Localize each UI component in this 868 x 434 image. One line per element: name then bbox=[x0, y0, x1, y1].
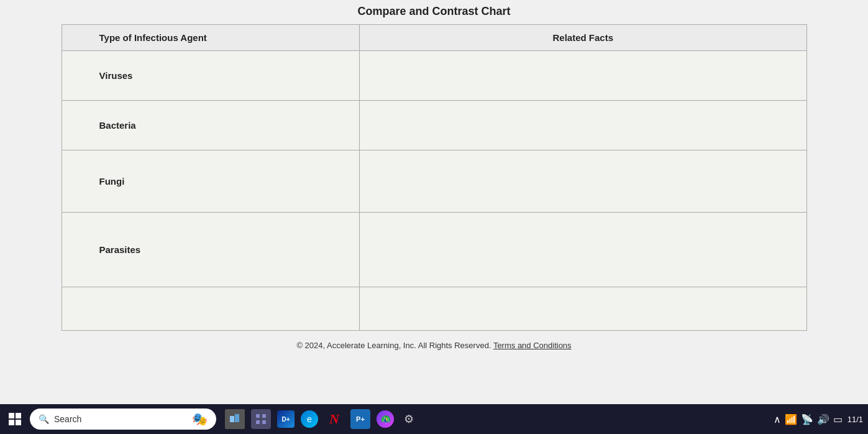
agent-cell-bacteria: Bacteria bbox=[62, 101, 360, 150]
volume-icon[interactable]: 🔊 bbox=[817, 413, 829, 425]
peacock-icon[interactable]: 🦚 bbox=[377, 410, 394, 428]
table-row bbox=[62, 287, 806, 331]
paramount-icon[interactable]: P+ bbox=[350, 409, 370, 429]
agent-cell-parasites: Parasites bbox=[62, 213, 360, 287]
netflix-icon[interactable]: N bbox=[324, 409, 344, 429]
footer: © 2024, Accelerate Learning, Inc. All Ri… bbox=[296, 341, 571, 350]
windows-icon bbox=[9, 413, 21, 425]
facts-cell-fungi bbox=[360, 150, 806, 213]
compare-contrast-table: Type of Infectious Agent Related Facts V… bbox=[62, 24, 807, 331]
terms-link[interactable]: Terms and Conditions bbox=[493, 341, 572, 350]
svg-rect-3 bbox=[262, 414, 266, 418]
table-row: Viruses bbox=[62, 51, 806, 101]
search-bar[interactable]: 🔍 Search 🎭 bbox=[30, 409, 216, 430]
main-content: Compare and Contrast Chart Type of Infec… bbox=[0, 0, 868, 404]
search-input[interactable]: Search bbox=[54, 414, 187, 424]
agent-cell-empty bbox=[62, 287, 360, 331]
svg-rect-5 bbox=[262, 420, 266, 424]
table-row: Bacteria bbox=[62, 101, 806, 150]
svg-rect-4 bbox=[256, 420, 260, 424]
system-tray-icons: ∧ 📶 📡 🔊 ▭ bbox=[774, 413, 843, 425]
agent-cell-viruses: Viruses bbox=[62, 51, 360, 101]
wifi-icon[interactable]: 📡 bbox=[801, 413, 813, 425]
settings-icon[interactable]: ⚙ bbox=[400, 410, 418, 428]
search-icon: 🔍 bbox=[39, 414, 49, 424]
disney-plus-icon[interactable]: D+ bbox=[277, 410, 295, 428]
edge-icon[interactable]: e bbox=[301, 410, 318, 428]
table-row: Fungi bbox=[62, 150, 806, 213]
app-grid-icon[interactable] bbox=[251, 409, 271, 429]
battery-icon[interactable]: ▭ bbox=[833, 413, 843, 425]
svg-rect-1 bbox=[235, 414, 239, 422]
copyright-text: © 2024, Accelerate Learning, Inc. All Ri… bbox=[296, 341, 491, 350]
table-row: Parasites bbox=[62, 213, 806, 287]
start-button[interactable] bbox=[5, 410, 25, 428]
file-manager-icon[interactable] bbox=[225, 409, 245, 429]
taskbar-right-area: ∧ 📶 📡 🔊 ▭ 11/1 bbox=[774, 413, 863, 425]
col-header-agent: Type of Infectious Agent bbox=[62, 25, 360, 51]
chevron-up-icon[interactable]: ∧ bbox=[774, 413, 781, 425]
svg-rect-2 bbox=[256, 414, 260, 418]
agent-cell-fungi: Fungi bbox=[62, 150, 360, 213]
network-icon[interactable]: 📶 bbox=[785, 413, 797, 425]
taskbar-apps: D+ e N P+ 🦚 ⚙ bbox=[225, 409, 418, 429]
svg-rect-0 bbox=[230, 416, 234, 422]
taskbar-time: 11/1 bbox=[847, 415, 863, 424]
facts-cell-empty bbox=[360, 287, 806, 331]
taskbar: 🔍 Search 🎭 D+ e N bbox=[0, 404, 868, 434]
facts-cell-bacteria bbox=[360, 101, 806, 150]
chart-title: Compare and Contrast Chart bbox=[357, 5, 510, 18]
table-header-row: Type of Infectious Agent Related Facts bbox=[62, 25, 806, 51]
col-header-facts: Related Facts bbox=[360, 25, 806, 51]
facts-cell-parasites bbox=[360, 213, 806, 287]
search-emoji-icon: 🎭 bbox=[192, 412, 208, 427]
facts-cell-viruses bbox=[360, 51, 806, 101]
